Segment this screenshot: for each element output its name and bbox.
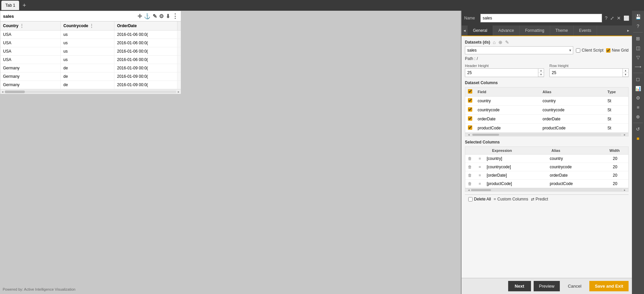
grid-scrollbar-h[interactable]: ◂ ▸ [0, 89, 181, 94]
ds-check-productcode[interactable] [468, 125, 472, 130]
tab-arrow-left[interactable]: ◂ [462, 25, 468, 36]
sidebar-icon-chart[interactable]: 📊 [632, 84, 644, 93]
grid-toolbar: ✛ ⚓ ✎ ⚙ ⬇ ⋮ [138, 12, 178, 20]
move-icon[interactable]: ✛ [138, 13, 142, 19]
row-height-up[interactable]: ▲ [623, 69, 628, 73]
add-tab-button[interactable]: + [20, 2, 29, 9]
delete-all-checkbox[interactable] [468, 197, 473, 201]
sidebar-icon-refresh[interactable]: ↺ [632, 124, 644, 134]
sidebar-icon-help[interactable]: ? [632, 21, 644, 31]
help-icon[interactable]: ? [605, 15, 607, 21]
sidebar-icon-filter[interactable]: ▽ [632, 53, 644, 62]
sidebar-icon-active[interactable]: ■ [632, 134, 644, 143]
col-header-country: Country ⋮ [0, 21, 61, 30]
sel-scrollbar-thumb [471, 189, 491, 191]
sel-scrollbar-h[interactable]: ◂ ▸ [465, 188, 628, 191]
next-button[interactable]: Next [508, 281, 531, 291]
ds-check-countrycode[interactable] [468, 107, 472, 112]
scroll-left-arrow[interactable]: ◂ [2, 90, 3, 94]
home-icon[interactable]: ⌂ [493, 40, 495, 45]
settings-icon[interactable]: ⚙ [159, 13, 164, 19]
cell-country: Germany [0, 72, 61, 80]
sel-delete-countrycode[interactable]: 🗑 [465, 163, 477, 171]
table-row: Germany de 2016-01-09 00:0( [0, 81, 181, 89]
header-height-down[interactable]: ▼ [538, 73, 544, 77]
add-dataset-icon[interactable]: ⊕ [498, 40, 502, 45]
predict-btn[interactable]: ⇄ Predict [531, 197, 548, 201]
dataset-select[interactable]: sales [465, 46, 573, 54]
dataset-select-row: sales Client Script New Grid [465, 46, 629, 54]
predict-label: Predict [536, 197, 548, 201]
right-sidebar: 💾 ? ⊞ ◫ ▽ ⟶ ◻ 📊 ⚙ ≡ ⊕ ↺ ■ [632, 11, 644, 294]
client-script-check[interactable]: Client Script [576, 48, 603, 53]
cell-country: USA [0, 47, 61, 55]
tab-formatting[interactable]: Formatting [520, 25, 550, 36]
tab-1[interactable]: Tab 1 [1, 1, 19, 10]
tab-theme[interactable]: Theme [550, 25, 574, 36]
tab-events[interactable]: Events [574, 25, 597, 36]
scrollbar-track-h[interactable] [5, 91, 176, 93]
sel-eq-country: = [477, 155, 485, 163]
edit-dataset-icon[interactable]: ✎ [505, 40, 509, 45]
sel-width-country: 20 [611, 155, 625, 163]
anchor-icon[interactable]: ⚓ [144, 13, 151, 19]
new-grid-label: New Grid [612, 48, 629, 53]
new-grid-checkbox[interactable] [606, 48, 610, 53]
sel-scroll-right[interactable]: ▸ [624, 188, 626, 192]
ds-scrollbar-h[interactable]: ◂ ▸ [465, 133, 628, 136]
name-input[interactable] [480, 14, 602, 22]
cell-countrycode: de [61, 72, 114, 80]
preview-button[interactable]: Preview [534, 281, 560, 291]
tab-arrow-right[interactable]: ▸ [625, 25, 632, 36]
path-value: / [477, 56, 478, 61]
header-height-up[interactable]: ▲ [538, 69, 544, 73]
download-icon[interactable]: ⬇ [166, 13, 170, 19]
edit-icon[interactable]: ✎ [153, 13, 157, 19]
cell-orderdate: 2016-01-06 00:0( [114, 47, 177, 55]
sidebar-icon-style[interactable]: ◻ [632, 74, 644, 84]
row-height-input[interactable] [550, 69, 623, 77]
col-countrycode-options[interactable]: ⋮ [90, 23, 94, 28]
sidebar-icon-widgets[interactable]: ⊞ [632, 34, 644, 43]
resize-icon[interactable]: ⤢ [610, 15, 614, 21]
close-icon[interactable]: ✕ [617, 15, 621, 21]
tab-advance[interactable]: Advance [493, 25, 520, 36]
more-icon[interactable]: ⋮ [172, 12, 178, 20]
tab-general[interactable]: General [468, 25, 493, 36]
ds-check-country[interactable] [468, 98, 472, 103]
sidebar-icon-data[interactable]: ◫ [632, 43, 644, 53]
sel-delete-orderdate[interactable]: 🗑 [465, 171, 477, 179]
cancel-button[interactable]: Cancel [562, 281, 587, 291]
delete-all-label: Delete All [474, 197, 491, 201]
header-height-input[interactable] [465, 69, 538, 77]
ds-select-all-checkbox[interactable] [468, 89, 472, 94]
custom-columns-btn[interactable]: = Custom Columns [494, 197, 528, 201]
new-grid-check[interactable]: New Grid [606, 48, 629, 53]
client-script-label: Client Script [582, 48, 603, 53]
ds-check-orderdate[interactable] [468, 116, 472, 121]
save-exit-button[interactable]: Save and Exit [589, 281, 629, 291]
sel-scroll-left[interactable]: ◂ [468, 188, 470, 192]
ds-scrollbar-track[interactable] [472, 134, 621, 136]
row-height-down[interactable]: ▼ [623, 73, 628, 77]
sel-delete-country[interactable]: 🗑 [465, 155, 477, 163]
sidebar-icon-more[interactable]: ⊕ [632, 112, 644, 121]
ds-scroll-right[interactable]: ▸ [624, 133, 626, 136]
dataset-select-wrap[interactable]: sales [465, 46, 573, 54]
sel-expr-country: [country] [485, 155, 548, 163]
sidebar-icon-save[interactable]: 💾 [632, 12, 644, 21]
cell-countrycode: us [61, 56, 114, 64]
sidebar-icon-settings[interactable]: ⚙ [632, 93, 644, 103]
sidebar-icon-link[interactable]: ⟶ [632, 62, 644, 71]
col-country-options[interactable]: ⋮ [20, 23, 24, 28]
sel-scrollbar-track[interactable] [471, 189, 623, 191]
delete-all-check[interactable]: Delete All [468, 197, 491, 201]
sidebar-icon-table[interactable]: ≡ [632, 103, 644, 112]
sel-expr-productcode: [productCode] [485, 180, 548, 188]
ds-scroll-left[interactable]: ◂ [468, 133, 470, 136]
expand-icon[interactable]: ⬜ [624, 15, 629, 21]
scroll-right-arrow[interactable]: ▸ [178, 90, 179, 94]
client-script-checkbox[interactable] [576, 48, 580, 53]
sel-alias-countrycode: countrycode [548, 163, 611, 171]
sel-delete-productcode[interactable]: 🗑 [465, 180, 477, 188]
